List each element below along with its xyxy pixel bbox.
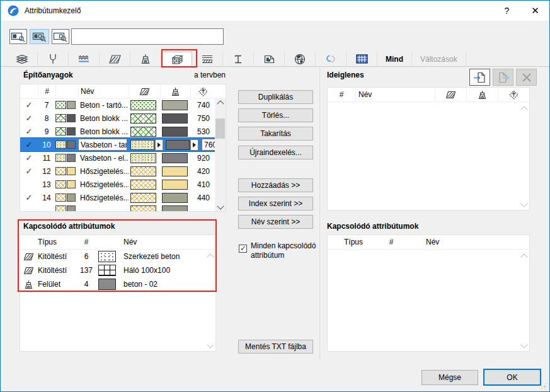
attribute-swatch	[98, 279, 116, 290]
priority-column-icon	[190, 84, 215, 98]
reindex-button[interactable]: Újraindexelés...	[238, 146, 313, 159]
ok-button[interactable]: OK	[483, 369, 541, 386]
related-header-right: Típus # Név	[328, 235, 529, 250]
save-txt-button[interactable]: Mentés TXT fájlba	[238, 340, 313, 354]
surface-swatch	[162, 180, 188, 190]
fill-swatch	[130, 205, 156, 211]
materials-rows: ✓7Beton - tartó...740✓8Beton blokk ...75…	[20, 98, 215, 211]
related-index-column: #	[382, 238, 401, 246]
tab-operation-profiles[interactable]	[316, 52, 347, 66]
attribute-type-tabs: Mind Változások	[7, 52, 466, 66]
materials-scrollbar[interactable]	[215, 98, 226, 211]
tab-line-types[interactable]	[69, 52, 100, 66]
tab-all[interactable]: Mind	[377, 52, 412, 66]
related-rows: Kitöltéstí6Szerkezeti betonKitöltéstí137…	[20, 250, 215, 291]
search-scope-left-button[interactable]	[9, 29, 27, 44]
temporary-panel-title: Ideiglenes	[327, 71, 364, 79]
tab-cities[interactable]	[285, 52, 316, 66]
scroll-down-icon[interactable]	[205, 339, 215, 350]
header-swatch-column	[55, 84, 78, 98]
material-row[interactable]: ✓12Hőszigetelés...420	[20, 164, 215, 178]
material-row[interactable]: ✓9Beton blokk ...530	[20, 125, 215, 138]
surface-swatch	[162, 100, 188, 110]
checkmark-icon[interactable]: ✓	[26, 100, 33, 110]
checkmark-icon[interactable]: ✓	[26, 140, 33, 149]
scroll-up-icon[interactable]	[518, 104, 529, 115]
checkmark-icon[interactable]: ✓	[26, 193, 33, 202]
fill-pattern-swatch	[55, 127, 66, 135]
priority-edit-field[interactable]: 760	[202, 139, 215, 151]
fill-swatch	[130, 140, 154, 150]
materials-table: # Név ✓7Beton - tartó...740✓8Beton blokk…	[20, 84, 226, 212]
material-row[interactable]: ✓8Beton blokk ...750	[20, 112, 215, 125]
checkmark-icon[interactable]: ✓	[26, 127, 33, 136]
priority-column-icon	[498, 88, 529, 101]
tab-surfaces[interactable]	[130, 52, 161, 66]
material-row[interactable]	[20, 204, 215, 211]
delete-button[interactable]: Törlés...	[238, 108, 313, 122]
overwrite-by-index-button[interactable]: Index szerint >>	[238, 197, 313, 210]
search-scope-both-button[interactable]	[30, 29, 49, 44]
purge-button[interactable]: Takarítás	[238, 127, 313, 141]
related-attribute-row[interactable]: Kitöltéstí6Szerkezeti beton	[20, 250, 215, 263]
scroll-down-icon[interactable]	[518, 339, 529, 350]
surface-dropdown-button[interactable]	[190, 139, 198, 151]
help-button[interactable]: ?	[493, 1, 521, 20]
scroll-up-icon[interactable]	[205, 251, 215, 262]
checkmark-icon[interactable]: ✓	[26, 113, 33, 123]
related-attribute-row[interactable]: Kitöltéstí137Háló 100x100	[20, 263, 215, 277]
tab-composites[interactable]	[192, 52, 223, 66]
surface-color-swatch	[67, 141, 76, 149]
scroll-up-icon[interactable]	[518, 251, 529, 262]
material-row[interactable]: 13Hőszigetelés...410	[20, 178, 215, 191]
surface-color-swatch	[67, 127, 76, 135]
tab-zone-categories[interactable]	[254, 52, 285, 66]
header-name-column: Név	[355, 88, 435, 101]
fill-type-icon	[20, 253, 37, 261]
scroll-thumb[interactable]	[215, 118, 225, 139]
header-name-column: Név	[78, 84, 129, 98]
search-scope-right-button[interactable]	[52, 29, 69, 44]
surface-column-icon	[466, 88, 498, 101]
related-type-column: Típus	[343, 238, 382, 246]
name-edit-field[interactable]: Vasbeton - tar	[78, 139, 127, 151]
scroll-down-icon[interactable]	[215, 200, 226, 211]
tab-fills[interactable]	[100, 52, 130, 66]
scroll-down-icon[interactable]	[518, 198, 529, 209]
material-row[interactable]: ✓10Vasbeton - tar760	[20, 138, 215, 151]
cancel-button[interactable]: Mégse	[421, 370, 478, 385]
close-icon[interactable]: ✕	[521, 1, 549, 20]
panel-divider	[319, 66, 320, 360]
tab-mep-systems[interactable]	[347, 52, 377, 66]
import-attributes-button[interactable]	[469, 69, 490, 86]
materials-table-header: # Név	[20, 84, 226, 99]
fill-pattern-swatch	[55, 154, 66, 162]
scroll-up-icon[interactable]	[215, 98, 226, 109]
all-related-checkbox-label: Minden kapcsolódó attribútum	[251, 241, 316, 260]
fill-swatch	[130, 193, 156, 203]
tab-building-materials[interactable]	[161, 52, 192, 66]
tab-pens[interactable]	[38, 52, 69, 66]
title-bar: Attribútumkezelő ? ✕	[1, 1, 549, 21]
material-row[interactable]: ✓7Beton - tartó...740	[20, 98, 215, 112]
tab-profiles[interactable]	[223, 52, 254, 66]
fill-column-icon	[129, 84, 160, 98]
fill-dropdown-button[interactable]	[155, 139, 163, 151]
tab-layers[interactable]	[7, 52, 38, 66]
search-input[interactable]	[71, 28, 224, 45]
material-row[interactable]: ✓14Hőszigetelés...440	[20, 191, 215, 204]
fill-swatch	[130, 166, 156, 176]
checkmark-icon[interactable]: ✓	[26, 153, 33, 163]
overwrite-by-name-button[interactable]: Név szerint >>	[238, 215, 313, 229]
delete-temporary-icon	[516, 69, 537, 86]
checkmark-icon[interactable]: ✓	[26, 166, 33, 176]
all-related-checkbox[interactable]	[239, 245, 247, 253]
surface-color-swatch	[67, 114, 76, 122]
duplicate-button[interactable]: Duplikálás	[238, 90, 313, 104]
related-attribute-row[interactable]: Felület4beton - 02	[20, 277, 215, 291]
material-row[interactable]: ✓11Vasbeton - el...920	[20, 151, 215, 164]
append-button[interactable]: Hozzáadás >>	[238, 178, 313, 192]
surface-color-swatch	[67, 193, 76, 202]
related-type-column: Típus	[37, 238, 76, 246]
fill-swatch	[130, 100, 156, 110]
